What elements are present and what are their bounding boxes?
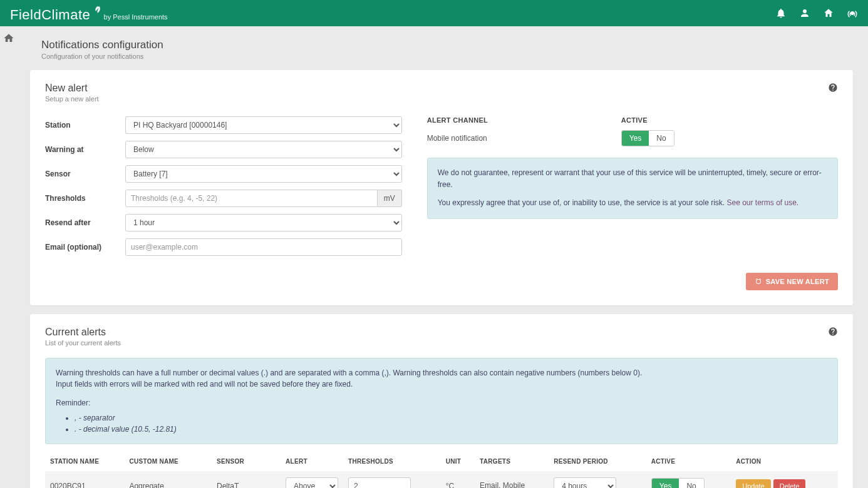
- th-action: ACTION: [731, 452, 838, 471]
- current-alerts-subtitle: List of your current alerts: [45, 339, 121, 347]
- row-toggle-no[interactable]: No: [679, 479, 703, 488]
- topbar-icons: [775, 8, 858, 19]
- row-active-toggle: Yes No: [651, 478, 705, 488]
- sensor-select[interactable]: Battery [7]: [125, 165, 402, 183]
- row-toggle-yes[interactable]: Yes: [652, 479, 679, 488]
- alert-channel-header: ALERT CHANNEL: [427, 116, 621, 124]
- toggle-yes[interactable]: Yes: [622, 131, 649, 146]
- cell-targets: Email, Mobile: [475, 471, 549, 488]
- user-icon[interactable]: [799, 8, 810, 19]
- sidebar: [0, 26, 18, 488]
- warning-at-select[interactable]: Below: [125, 141, 402, 158]
- resend-after-select[interactable]: 1 hour: [125, 214, 402, 231]
- toggle-no[interactable]: No: [649, 131, 673, 146]
- row-delete-button[interactable]: Delete: [773, 479, 806, 488]
- label-sensor: Sensor: [45, 170, 125, 178]
- cell-custom: Aggregate: [124, 471, 212, 488]
- info-line2: Input fields with errors will be marked …: [56, 379, 827, 390]
- th-targets: TARGETS: [475, 452, 549, 471]
- save-new-alert-button[interactable]: SAVE NEW ALERT: [746, 273, 838, 290]
- page-header: Notifications configuration Configuratio…: [30, 39, 853, 60]
- row-threshold-input[interactable]: [348, 477, 411, 488]
- bell-icon[interactable]: [775, 8, 787, 19]
- th-sensor: SENSOR: [212, 452, 281, 471]
- alarm-icon: [755, 278, 762, 285]
- disclaimer-box: We do not guarantee, represent or warran…: [427, 158, 838, 219]
- table-row: 0020BC91 Aggregate DeltaT Above °C Email…: [45, 471, 838, 488]
- info-li1: , - separator: [75, 412, 827, 424]
- thresholds-unit: mV: [378, 190, 402, 207]
- label-warning-at: Warning at: [45, 145, 125, 154]
- brand-sub: by Pessl Instruments: [104, 13, 168, 21]
- label-thresholds: Thresholds: [45, 194, 125, 203]
- th-unit: UNIT: [441, 452, 475, 471]
- th-alert: ALERT: [281, 452, 343, 471]
- topbar: METOS INTERNATIONAL FieldClimate by Pess…: [0, 0, 868, 26]
- thresholds-input[interactable]: [125, 190, 378, 207]
- th-custom: CUSTOM NAME: [124, 452, 212, 471]
- label-station: Station: [45, 121, 125, 130]
- alerts-table: STATION NAME CUSTOM NAME SENSOR ALERT TH…: [45, 452, 838, 488]
- leaf-icon: [93, 6, 101, 16]
- channel-mobile-label: Mobile notification: [427, 134, 621, 143]
- page-subtitle: Configuration of your notifications: [41, 53, 853, 60]
- station-icon[interactable]: [823, 8, 834, 19]
- th-thresholds: THRESHOLDS: [343, 452, 441, 471]
- disclaimer-p2: You expressly agree that your use of, or…: [438, 197, 827, 209]
- email-input[interactable]: [125, 238, 402, 256]
- brand: METOS INTERNATIONAL FieldClimate by Pess…: [10, 3, 168, 23]
- broadcast-icon[interactable]: [847, 8, 858, 19]
- label-resend-after: Resend after: [45, 218, 125, 227]
- station-select[interactable]: PI HQ Backyard [00000146]: [125, 116, 402, 134]
- cell-station: 0020BC91: [45, 471, 124, 488]
- disclaimer-p1: We do not guarantee, represent or warran…: [438, 167, 827, 191]
- th-station: STATION NAME: [45, 452, 124, 471]
- info-line1: Warning thresholds can have a full numbe…: [56, 367, 827, 379]
- row-update-button[interactable]: Update: [736, 479, 770, 488]
- th-resend: RESEND PERIOD: [549, 452, 646, 471]
- new-alert-subtitle: Setup a new alert: [45, 95, 99, 103]
- row-resend-select[interactable]: 4 hours: [554, 477, 616, 488]
- cell-unit: °C: [441, 471, 475, 488]
- info-li2: . - decimal value (10.5, -12.81): [75, 424, 827, 435]
- current-alerts-card: Current alerts List of your current aler…: [30, 314, 853, 488]
- home-icon[interactable]: [3, 33, 14, 44]
- th-active: ACTIVE: [646, 452, 731, 471]
- row-alert-select[interactable]: Above: [286, 477, 338, 488]
- label-email: Email (optional): [45, 243, 125, 252]
- page-title: Notifications configuration: [41, 39, 853, 51]
- info-reminder: Reminder:: [56, 397, 827, 409]
- current-alerts-title: Current alerts: [45, 327, 121, 338]
- channel-mobile-toggle: Yes No: [621, 130, 674, 146]
- help-icon[interactable]: [828, 83, 838, 93]
- thresholds-info-box: Warning thresholds can have a full numbe…: [45, 358, 838, 444]
- cell-sensor: DeltaT: [212, 471, 281, 488]
- brand-main: FieldClimate: [10, 7, 90, 23]
- active-header: ACTIVE: [621, 116, 648, 124]
- new-alert-card: New alert Setup a new alert Station PI H…: [30, 70, 853, 305]
- new-alert-title: New alert: [45, 83, 99, 94]
- help-icon[interactable]: [828, 327, 838, 337]
- terms-link[interactable]: See our terms of use.: [726, 198, 798, 207]
